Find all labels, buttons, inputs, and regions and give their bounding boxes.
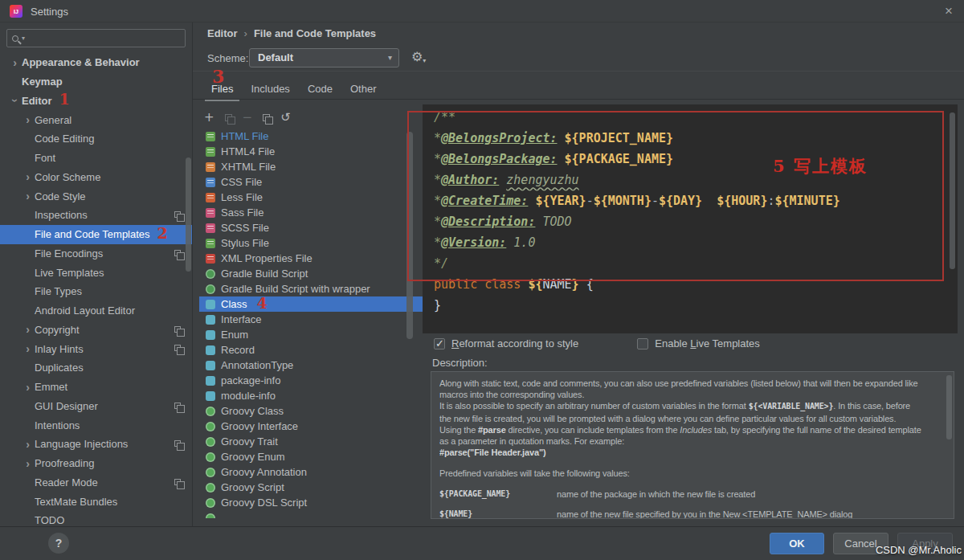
sidebar-item-inspections[interactable]: Inspections <box>0 206 192 225</box>
settings-search-input[interactable] <box>25 33 185 44</box>
chevron-right-icon[interactable]: › <box>21 439 35 450</box>
template-item-sass-file[interactable]: Sass File <box>199 205 423 220</box>
scheme-dropdown[interactable]: Default ▾ <box>249 48 399 67</box>
template-item-xhtml-file[interactable]: XHTML File <box>199 159 423 174</box>
duplicate-template-icon[interactable] <box>263 112 270 124</box>
settings-search-box[interactable]: ▾ <box>6 29 186 47</box>
description-scrollbar[interactable] <box>946 375 952 439</box>
variable-row: ${PACKAGE_NAME}name of the package in wh… <box>439 488 946 500</box>
sidebar-item-label: Live Templates <box>35 267 104 279</box>
template-item-gradle-build-script-with-wrapper[interactable]: Gradle Build Script with wrapper <box>199 281 423 296</box>
editor-scrollbar[interactable] <box>950 112 955 269</box>
sidebar-item-inlay-hints[interactable]: ›Inlay Hints <box>0 339 192 358</box>
live-templates-checkbox[interactable]: Enable Live Templates <box>637 337 760 349</box>
template-item-groovy-trait[interactable]: Groovy Trait <box>199 434 423 449</box>
template-item-package-info[interactable]: package-info <box>199 373 423 388</box>
chevron-right-icon[interactable]: › <box>21 458 35 469</box>
sidebar-item-proofreading[interactable]: ›Proofreading <box>0 454 192 473</box>
template-item-groovy-enum[interactable]: Groovy Enum <box>199 449 423 464</box>
window-title: Settings <box>31 6 68 18</box>
sidebar-item-file-encodings[interactable]: File Encodings <box>0 244 192 264</box>
sidebar-item-android-layout-editor[interactable]: Android Layout Editor <box>0 301 192 321</box>
sidebar-item-reader-mode[interactable]: Reader Mode <box>0 473 192 493</box>
sidebar-item-color-scheme[interactable]: ›Color Scheme <box>0 168 192 187</box>
template-item-record[interactable]: Record <box>199 342 423 358</box>
code-token: } <box>434 298 441 313</box>
template-item-css-file[interactable]: CSS File <box>199 174 423 190</box>
sidebar-item-copyright[interactable]: ›Copyright <box>0 321 192 340</box>
template-item-xml-properties-file[interactable]: XML Properties File <box>199 251 423 266</box>
sidebar-scrollbar[interactable] <box>186 157 191 272</box>
checkbox-icon[interactable] <box>637 338 648 349</box>
template-item-groovy-annotation[interactable]: Groovy Annotation <box>199 464 423 480</box>
sidebar-item-textmate-bundles[interactable]: TextMate Bundles <box>0 492 192 511</box>
code-line: */ <box>434 253 840 274</box>
tab-code[interactable]: Code <box>299 79 341 99</box>
breadcrumb-editor[interactable]: Editor <box>207 27 238 39</box>
help-button[interactable]: ? <box>48 533 69 554</box>
sidebar-item-file-types[interactable]: File Types <box>0 282 192 301</box>
chevron-right-icon[interactable]: › <box>21 382 35 393</box>
template-item-module-info[interactable]: module-info <box>199 388 423 403</box>
file-type-icon <box>206 147 215 157</box>
description-segment: directive, you can include templates fro… <box>506 425 680 435</box>
sidebar-item-editor[interactable]: ›Editor1 <box>0 92 192 111</box>
template-item-interface[interactable]: Interface <box>199 312 423 327</box>
chevron-right-icon[interactable]: › <box>21 343 35 354</box>
sidebar-item-gui-designer[interactable]: GUI Designer <box>0 397 192 416</box>
tab-includes[interactable]: Includes <box>242 79 298 99</box>
tab-other[interactable]: Other <box>341 79 386 99</box>
sidebar-item-emmet[interactable]: ›Emmet <box>0 378 192 397</box>
chevron-right-icon[interactable]: › <box>21 114 35 125</box>
template-item-html4-file[interactable]: HTML4 File <box>199 144 423 159</box>
add-template-icon[interactable]: + <box>204 112 214 124</box>
template-item-unknown[interactable] <box>199 510 423 518</box>
reformat-checkbox[interactable]: Reformat according to style <box>434 337 578 349</box>
template-item-html-file[interactable]: HTML File <box>199 129 423 144</box>
file-type-icon <box>206 132 215 141</box>
template-item-gradle-build-script[interactable]: Gradle Build Script <box>199 266 423 281</box>
sidebar-item-keymap[interactable]: Keymap <box>0 72 192 92</box>
description-text: Along with static text, code and comment… <box>439 378 946 480</box>
sidebar-item-general[interactable]: ›General <box>0 110 192 129</box>
template-item-less-file[interactable]: Less File <box>199 190 423 205</box>
copy-settings-icon <box>174 345 181 351</box>
reset-template-icon[interactable]: ↺ <box>280 112 291 124</box>
chevron-right-icon[interactable]: › <box>21 324 35 335</box>
file-type-icon <box>206 208 215 218</box>
description-line: Along with static text, code and comment… <box>439 378 946 389</box>
template-item-enum[interactable]: Enum <box>199 327 423 342</box>
sidebar-item-intentions[interactable]: Intentions <box>0 415 192 435</box>
sidebar-item-file-and-code-templates[interactable]: File and Code Templates2 <box>0 225 192 244</box>
sidebar-item-todo[interactable]: TODO <box>0 511 192 526</box>
java-type-icon <box>206 376 215 386</box>
close-icon[interactable]: × <box>945 3 953 19</box>
template-item-stylus-file[interactable]: Stylus File <box>199 235 423 251</box>
template-item-scss-file[interactable]: SCSS File <box>199 220 423 235</box>
sidebar-item-label: Language Injections <box>35 438 128 450</box>
chevron-right-icon[interactable]: › <box>8 57 22 68</box>
sidebar-item-language-injections[interactable]: ›Language Injections <box>0 435 192 454</box>
breadcrumb: Editor›File and Code Templates <box>207 27 376 39</box>
template-item-groovy-class[interactable]: Groovy Class <box>199 403 423 419</box>
ok-button[interactable]: OK <box>770 533 824 554</box>
template-item-groovy-dsl-script[interactable]: Groovy DSL Script <box>199 495 423 510</box>
sidebar-item-code-editing[interactable]: Code Editing <box>0 129 192 149</box>
sidebar-item-code-style[interactable]: ›Code Style <box>0 186 192 206</box>
template-editor[interactable]: /***@BelongsProject: ${PROJECT_NAME}*@Be… <box>423 104 958 333</box>
chevron-down-icon[interactable]: › <box>10 94 21 108</box>
sidebar-item-live-templates[interactable]: Live Templates <box>0 263 192 282</box>
template-item-annotationtype[interactable]: AnnotationType <box>199 358 423 373</box>
sidebar-item-appearance-behavior[interactable]: ›Appearance & Behavior <box>0 53 192 72</box>
template-list-scrollbar[interactable] <box>406 132 413 339</box>
chevron-right-icon[interactable]: › <box>21 171 35 182</box>
sidebar-item-font[interactable]: Font <box>0 149 192 168</box>
chevron-right-icon[interactable]: › <box>21 190 35 202</box>
template-item-groovy-script[interactable]: Groovy Script <box>199 480 423 495</box>
template-item-class[interactable]: Class4 <box>199 296 423 312</box>
description-line: Using the #parse directive, you can incl… <box>439 424 946 435</box>
checkbox-icon[interactable] <box>434 338 445 349</box>
gear-icon[interactable]: ⚙▾ <box>411 49 426 64</box>
template-item-groovy-interface[interactable]: Groovy Interface <box>199 419 423 434</box>
sidebar-item-duplicates[interactable]: Duplicates <box>0 358 192 378</box>
